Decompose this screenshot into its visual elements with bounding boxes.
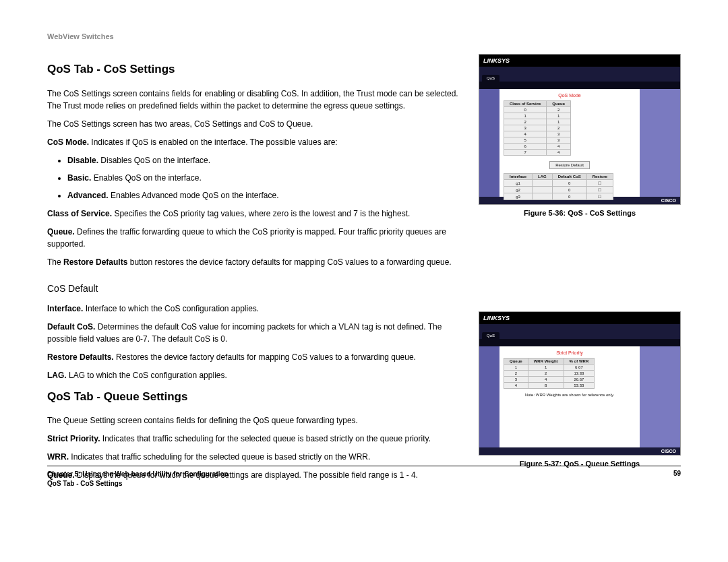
screenshot-cos-settings: LINKSYS QoS QoS Mode Class of ServiceQue… bbox=[479, 54, 681, 205]
restore-default-button: Restore Default bbox=[549, 161, 590, 169]
note-text: Note: WRR Weights are shown for referenc… bbox=[504, 393, 636, 397]
text: button restores the device factory defau… bbox=[127, 257, 451, 267]
screenshot-left-panel bbox=[479, 346, 499, 447]
page-number: 59 bbox=[673, 470, 681, 488]
figure-column: LINKSYS QoS QoS Mode Class of ServiceQue… bbox=[479, 54, 681, 488]
cos-table: Class of ServiceQueue 02 11 21 32 43 53 … bbox=[504, 100, 571, 156]
term: Basic. bbox=[67, 173, 91, 183]
term-default-cos: Default CoS. bbox=[47, 322, 95, 332]
figure-caption: Figure 5-36: QoS - CoS Settings bbox=[479, 209, 681, 217]
queue-table: QueueWRR Weight% of WRR 116.67 2213.33 3… bbox=[504, 358, 595, 389]
text: LAG to which the CoS configuration appli… bbox=[67, 371, 227, 380]
text: Indicates if QoS is enabled on the inter… bbox=[89, 137, 338, 147]
table-header: Queue bbox=[504, 358, 528, 365]
text: Specifies the CoS priority tag values, w… bbox=[112, 209, 410, 218]
nav-tab-qos: QoS bbox=[482, 75, 499, 82]
text: Defines the traffic forwarding queue to … bbox=[47, 227, 446, 249]
page: WebView Switches QoS Tab - CoS Settings … bbox=[0, 0, 728, 515]
paragraph: CoS Mode. Indicates if QoS is enabled on… bbox=[47, 136, 465, 148]
screenshot-queue-settings: LINKSYS QoS Strict Priority QueueWRR Wei… bbox=[479, 311, 681, 456]
list-item: Basic. Enables QoS on the interface. bbox=[67, 172, 465, 184]
paragraph: The Restore Defaults button restores the… bbox=[47, 256, 465, 268]
screenshot-help-panel bbox=[640, 89, 680, 197]
screenshot-help-panel bbox=[640, 346, 680, 447]
table-header: Class of Service bbox=[504, 101, 547, 107]
paragraph: Default CoS. Determines the default CoS … bbox=[47, 321, 465, 345]
panel-title: Strict Priority bbox=[504, 350, 636, 355]
term-strict-priority: Strict Priority. bbox=[47, 434, 100, 443]
brand-logo: LINKSYS bbox=[483, 315, 510, 321]
table-header: Queue bbox=[547, 101, 571, 107]
text: Disables QoS on the interface. bbox=[98, 156, 210, 165]
term-restore-defaults: Restore Defaults bbox=[63, 257, 127, 267]
term-class-of-service: Class of Service. bbox=[47, 209, 112, 218]
text: Determines the default CoS value for inc… bbox=[47, 322, 442, 344]
brand-logo: LINKSYS bbox=[483, 57, 510, 64]
term: Disable. bbox=[67, 156, 98, 165]
list-item: Disable. Disables QoS on the interface. bbox=[67, 154, 465, 166]
screenshot-body: QoS Mode Class of ServiceQueue 02 11 21 … bbox=[479, 89, 680, 197]
footer-section: QoS Tab - CoS Settings bbox=[47, 479, 229, 489]
content-row: QoS Tab - CoS Settings The CoS Settings … bbox=[47, 54, 681, 488]
bullet-list: Disable. Disables QoS on the interface. … bbox=[67, 154, 465, 201]
paragraph: WRR. Indicates that traffic scheduling f… bbox=[47, 451, 465, 463]
paragraph: The CoS Settings screen contains fields … bbox=[47, 88, 465, 112]
screenshot-subnav bbox=[479, 82, 680, 89]
spacer bbox=[479, 237, 681, 311]
screenshot-header: LINKSYS bbox=[479, 312, 680, 324]
term-lag: LAG. bbox=[47, 371, 67, 380]
text: Enables Advanced mode QoS on the interfa… bbox=[109, 191, 279, 200]
paragraph: Strict Priority. Indicates that traffic … bbox=[47, 433, 465, 445]
paragraph: The Queue Setting screen contains fields… bbox=[47, 414, 465, 427]
screenshot-subnav bbox=[479, 339, 680, 346]
term-wrr: WRR. bbox=[47, 452, 69, 462]
text: Interface to which the CoS configuration… bbox=[83, 304, 259, 313]
term: Advanced. bbox=[67, 191, 109, 200]
screenshot-main-panel: QoS Mode Class of ServiceQueue 02 11 21 … bbox=[499, 89, 640, 197]
term-queue: Queue. bbox=[47, 227, 75, 237]
screenshot-footer: CISCO bbox=[479, 447, 680, 455]
table-header: WRR Weight bbox=[528, 358, 564, 365]
main-text-column: QoS Tab - CoS Settings The CoS Settings … bbox=[47, 54, 479, 487]
paragraph: Restore Defaults. Restores the device fa… bbox=[47, 351, 465, 363]
paragraph: LAG. LAG to which the CoS configuration … bbox=[47, 369, 465, 381]
footer-chapter: Chapter 5: Using the Web-based Utility f… bbox=[47, 470, 229, 479]
section-heading-cos: QoS Tab - CoS Settings bbox=[47, 61, 465, 78]
panel-title: QoS Mode bbox=[504, 93, 636, 98]
screenshot-nav: QoS bbox=[479, 324, 680, 339]
running-header: WebView Switches bbox=[47, 32, 681, 40]
term-cos-mode: CoS Mode. bbox=[47, 137, 89, 147]
text: Indicates that traffic scheduling for th… bbox=[100, 434, 431, 443]
screenshot-nav: QoS bbox=[479, 67, 680, 82]
paragraph: Interface. Interface to which the CoS co… bbox=[47, 303, 465, 315]
text: Enables QoS on the interface. bbox=[91, 173, 201, 183]
cos-default-table: InterfaceLAGDefault CoSRestore g10☐ g20☐… bbox=[504, 173, 613, 200]
subsection-heading-cos-default: CoS Default bbox=[47, 282, 465, 296]
figure-5-36: LINKSYS QoS QoS Mode Class of ServiceQue… bbox=[479, 54, 681, 217]
nav-tab-qos: QoS bbox=[482, 332, 499, 339]
list-item: Advanced. Enables Advanced mode QoS on t… bbox=[67, 189, 465, 201]
table-header: % of WRR bbox=[564, 358, 595, 365]
figure-5-37: LINKSYS QoS Strict Priority QueueWRR Wei… bbox=[479, 311, 681, 468]
section-heading-queue: QoS Tab - Queue Settings bbox=[47, 388, 465, 406]
screenshot-header: LINKSYS bbox=[479, 55, 680, 67]
screenshot-left-panel bbox=[479, 89, 499, 197]
text: Indicates that traffic scheduling for th… bbox=[69, 452, 370, 462]
page-footer: Chapter 5: Using the Web-based Utility f… bbox=[47, 466, 681, 488]
paragraph: Class of Service. Specifies the CoS prio… bbox=[47, 208, 465, 220]
screenshot-main-panel: Strict Priority QueueWRR Weight% of WRR … bbox=[499, 346, 640, 447]
text: Restores the device factory defaults for… bbox=[114, 352, 416, 362]
term-restore-defaults: Restore Defaults. bbox=[47, 352, 114, 362]
paragraph: The CoS Settings screen has two areas, C… bbox=[47, 118, 465, 130]
text: The bbox=[47, 257, 63, 267]
paragraph: Queue. Defines the traffic forwarding qu… bbox=[47, 226, 465, 250]
screenshot-body: Strict Priority QueueWRR Weight% of WRR … bbox=[479, 346, 680, 447]
footer-left: Chapter 5: Using the Web-based Utility f… bbox=[47, 470, 229, 488]
term-interface: Interface. bbox=[47, 304, 83, 313]
